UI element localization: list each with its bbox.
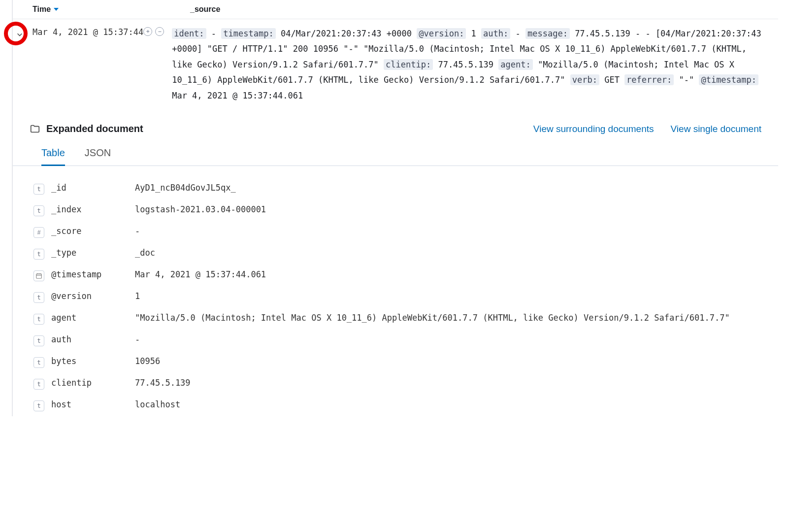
source-field-key: @timestamp: [699, 74, 758, 85]
field-value: _doc [135, 248, 761, 258]
source-field-key: timestamp: [221, 28, 275, 39]
table-header: Time _source [13, 0, 778, 19]
tab-table[interactable]: Table [41, 147, 65, 166]
field-value: 10956 [135, 356, 761, 366]
field-value: "Mozilla/5.0 (Macintosh; Intel Mac OS X … [135, 313, 761, 323]
field-value: - [135, 334, 761, 344]
source-field-key: clientip: [384, 59, 433, 70]
field-row: @timestampMar 4, 2021 @ 15:37:44.061 [33, 265, 761, 286]
cell-time: Mar 4, 2021 @ 15:37:44 [33, 26, 143, 37]
source-field-value: GET [599, 75, 624, 85]
source-field-key: message: [525, 28, 570, 39]
source-field-value: - [206, 29, 222, 38]
field-type-icon: t [33, 335, 44, 346]
field-name: @timestamp [51, 269, 135, 279]
field-row: tagent"Mozilla/5.0 (Macintosh; Intel Mac… [33, 308, 761, 330]
sort-desc-icon [54, 8, 59, 11]
source-field-value: Mar 4, 2021 @ 15:37:44.061 [172, 91, 303, 100]
fields-table: t_idAyD1_ncB04dGovJL5qx_t_indexlogstash-… [13, 166, 778, 416]
field-type-icon: t [33, 184, 44, 195]
field-row: tbytes10956 [33, 351, 761, 373]
field-row: tclientip77.45.5.139 [33, 373, 761, 395]
add-filter-icon[interactable]: + [143, 27, 152, 36]
row-action-icons: + − [143, 26, 164, 36]
detail-tabs: Table JSON [13, 134, 778, 166]
field-name: auth [51, 334, 135, 344]
field-name: agent [51, 313, 135, 323]
field-name: _id [51, 183, 135, 193]
table-row: Mar 4, 2021 @ 15:37:44 + − ident: - time… [13, 19, 778, 113]
source-field-value: - [510, 29, 525, 38]
source-field-value: "-" [674, 75, 699, 85]
field-value: AyD1_ncB04dGovJL5qx_ [135, 183, 761, 193]
source-field-key: verb: [570, 74, 599, 85]
discover-doc-table: Time _source Mar 4, 2021 @ 15:37:44 + − … [12, 0, 778, 416]
field-type-icon [33, 270, 44, 281]
field-name: bytes [51, 356, 135, 366]
view-single-link[interactable]: View single document [671, 124, 761, 134]
expanded-title: Expanded document [30, 123, 143, 134]
field-type-icon: t [33, 379, 44, 390]
field-type-icon: t [33, 249, 44, 260]
source-field-value: 04/Mar/2021:20:37:43 +0000 [276, 29, 417, 38]
field-type-icon: t [33, 205, 44, 216]
field-name: _index [51, 204, 135, 214]
field-name: host [51, 399, 135, 409]
source-field-key: @version: [417, 28, 466, 39]
expanded-title-label: Expanded document [46, 123, 143, 134]
field-type-icon: t [33, 292, 44, 303]
expanded-header: Expanded document View surrounding docum… [13, 113, 778, 134]
field-type-icon: t [33, 357, 44, 368]
source-field-key: referrer: [624, 74, 674, 85]
remove-filter-icon[interactable]: − [155, 27, 164, 36]
field-name: _score [51, 226, 135, 236]
source-field-key: agent: [498, 59, 532, 70]
source-field-key: ident: [172, 28, 206, 39]
field-name: clientip [51, 378, 135, 388]
folder-icon [30, 124, 40, 134]
field-name: _type [51, 248, 135, 258]
field-row: t_type_doc [33, 243, 761, 265]
field-row: tauth- [33, 330, 761, 351]
field-row: t@version1 [33, 286, 761, 308]
field-row: t_indexlogstash-2021.03.04-000001 [33, 200, 761, 221]
field-row: #_score - [33, 221, 761, 243]
annotation-circle [4, 22, 28, 45]
column-header-time[interactable]: Time [33, 5, 161, 14]
cell-source: ident: - timestamp: 04/Mar/2021:20:37:43… [172, 26, 768, 103]
source-field-key: auth: [481, 28, 510, 39]
svg-rect-0 [36, 274, 42, 278]
source-field-value: 77.45.5.139 [433, 60, 498, 69]
field-value: 1 [135, 291, 761, 301]
view-surrounding-link[interactable]: View surrounding documents [533, 124, 654, 134]
column-header-source[interactable]: _source [190, 5, 220, 14]
tab-json[interactable]: JSON [85, 147, 111, 166]
column-header-time-label: Time [33, 5, 51, 14]
source-field-value: 1 [466, 29, 481, 38]
field-type-icon: t [33, 400, 44, 411]
field-name: @version [51, 291, 135, 301]
field-value: Mar 4, 2021 @ 15:37:44.061 [135, 269, 761, 279]
field-value: 77.45.5.139 [135, 378, 761, 388]
field-value: localhost [135, 399, 761, 409]
field-value: - [135, 226, 761, 236]
field-row: t_idAyD1_ncB04dGovJL5qx_ [33, 178, 761, 200]
expanded-links: View surrounding documents View single d… [533, 124, 761, 134]
field-type-icon: # [33, 227, 44, 238]
field-value: logstash-2021.03.04-000001 [135, 204, 761, 214]
field-row: thostlocalhost [33, 395, 761, 416]
field-type-icon: t [33, 314, 44, 325]
